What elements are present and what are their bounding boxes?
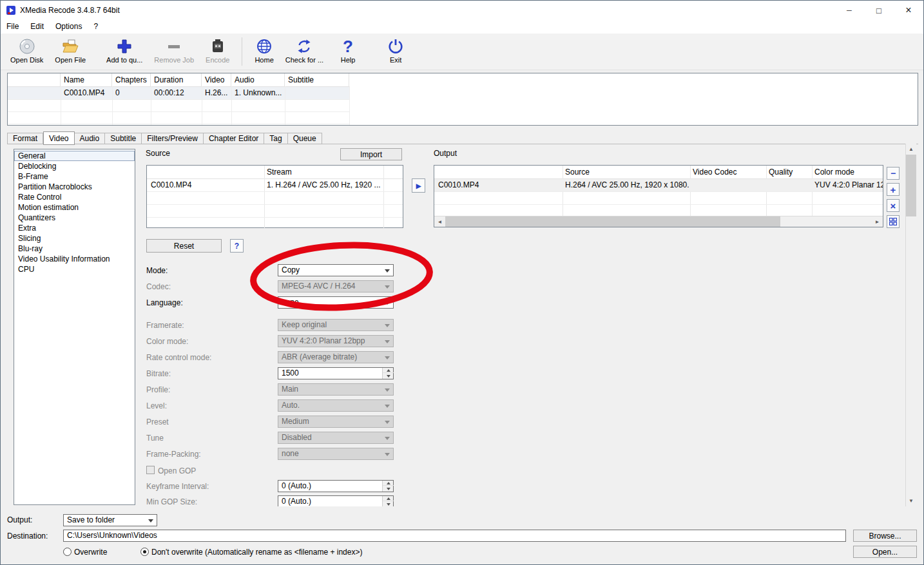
scroll-up-button[interactable]: ▲: [906, 144, 916, 155]
dont-overwrite-label[interactable]: Don't overwrite (Automatically rename as…: [151, 548, 362, 557]
transfer-arrow-button[interactable]: ▶: [412, 178, 425, 193]
exit-button[interactable]: Exit: [381, 35, 410, 66]
sidebar-item-extra[interactable]: Extra: [14, 223, 135, 233]
output-col-blank[interactable]: [434, 166, 563, 178]
destination-input[interactable]: C:\Users\Unknown\Videos: [63, 530, 846, 542]
sidebar-item-slicing[interactable]: Slicing: [14, 233, 135, 244]
home-button[interactable]: Home: [249, 35, 279, 66]
pane-vertical-scrollbar[interactable]: ▲ ▼: [905, 144, 916, 506]
job-cell-subtitle[interactable]: [288, 87, 349, 99]
output-horizontal-scrollbar[interactable]: ◄ ►: [434, 216, 883, 227]
sidebar-item-blu-ray[interactable]: Blu-ray: [14, 244, 135, 254]
job-cell-audio[interactable]: 1. Unknown...: [235, 87, 284, 99]
spinner-buttons[interactable]: [382, 368, 393, 379]
tab-queue[interactable]: Queue: [288, 133, 322, 144]
context-help-button[interactable]: ?: [230, 239, 244, 253]
output-cell-quality[interactable]: [769, 179, 811, 191]
tab-filters-preview[interactable]: Filters/Preview: [142, 133, 204, 144]
sidebar-item-video-usability-information[interactable]: Video Usability Information: [14, 254, 135, 264]
sidebar-item-motion-estimation[interactable]: Motion estimation: [14, 202, 135, 213]
output-col-color-mode[interactable]: Color mode: [812, 166, 881, 178]
scroll-right-button[interactable]: ►: [872, 216, 883, 227]
encode-button[interactable]: Encode: [200, 35, 235, 66]
sidebar-item-cpu[interactable]: CPU: [14, 264, 135, 274]
job-col-subtitle[interactable]: Subtitle: [285, 73, 349, 86]
help-button[interactable]: ? Help: [333, 35, 363, 66]
add-output-button[interactable]: +: [887, 183, 900, 196]
import-button[interactable]: Import: [340, 148, 402, 160]
open-destination-button[interactable]: Open...: [853, 546, 917, 558]
menu-file[interactable]: File: [1, 20, 24, 34]
remove-job-button[interactable]: Remove Job: [148, 35, 200, 66]
open-disk-button[interactable]: Open Disk: [5, 35, 49, 66]
job-cell-chapters[interactable]: 0: [115, 87, 150, 99]
keyframe-interval-input[interactable]: 0 (Auto.): [278, 480, 394, 492]
tab-format[interactable]: Format: [7, 133, 43, 144]
sidebar-item-partition-macroblocks[interactable]: Partition Macroblocks: [14, 182, 135, 192]
sidebar-item-b-frame[interactable]: B-Frame: [14, 171, 135, 182]
scroll-down-button[interactable]: ▼: [906, 495, 916, 506]
overwrite-radio[interactable]: [63, 548, 72, 556]
job-cell-duration[interactable]: 00:00:12: [154, 87, 201, 99]
job-col-video[interactable]: Video: [202, 73, 231, 86]
job-col-duration[interactable]: Duration: [151, 73, 202, 86]
tab-video[interactable]: Video: [43, 131, 74, 145]
tab-tag[interactable]: Tag: [264, 133, 287, 144]
browse-button[interactable]: Browse...: [853, 530, 917, 542]
bitrate-input[interactable]: 1500: [278, 367, 394, 379]
check-for-updates-button[interactable]: Check for ...: [280, 35, 329, 66]
reset-button[interactable]: Reset: [146, 239, 222, 253]
open-file-button[interactable]: Open File: [49, 35, 91, 66]
job-cell-name[interactable]: C0010.MP4: [64, 87, 111, 99]
spin-up-icon[interactable]: [383, 496, 394, 501]
job-cell-video[interactable]: H.26...: [205, 87, 231, 99]
sidebar-item-deblocking[interactable]: Deblocking: [14, 161, 135, 171]
output-col-source[interactable]: Source: [563, 166, 690, 178]
spin-up-icon[interactable]: [383, 368, 394, 373]
sidebar-item-quantizers[interactable]: Quantizers: [14, 213, 135, 223]
tab-audio[interactable]: Audio: [75, 133, 106, 144]
spinner-buttons[interactable]: [382, 496, 393, 507]
mode-select[interactable]: Copy: [278, 264, 394, 276]
minimize-button[interactable]: ─: [834, 1, 864, 20]
output-col-quality[interactable]: Quality: [766, 166, 812, 178]
maximize-button[interactable]: □: [864, 1, 894, 20]
language-select[interactable]: none: [278, 296, 394, 309]
output-settings-button[interactable]: [887, 215, 900, 228]
menu-options[interactable]: Options: [50, 20, 88, 34]
menu-help[interactable]: ?: [88, 20, 104, 34]
remove-output-button[interactable]: −: [887, 167, 900, 180]
output-cell-source[interactable]: H.264 / AVC 25.00 Hz, 1920 x 1080...: [565, 179, 689, 191]
job-col-audio[interactable]: Audio: [231, 73, 285, 86]
scroll-left-button[interactable]: ◄: [434, 216, 445, 227]
job-col-chapters[interactable]: Chapters: [112, 73, 151, 86]
spin-down-icon[interactable]: [383, 374, 394, 379]
close-button[interactable]: ×: [894, 1, 923, 20]
job-col-name[interactable]: Name: [61, 73, 112, 86]
overwrite-label[interactable]: Overwrite: [74, 548, 107, 557]
job-col-blank[interactable]: [8, 73, 61, 86]
output-cell-file[interactable]: C0010.MP4: [438, 179, 561, 191]
source-col-stream[interactable]: Stream: [264, 166, 383, 178]
output-mode-select[interactable]: Save to folder: [63, 514, 157, 526]
spin-up-icon[interactable]: [383, 481, 394, 486]
source-cell-stream[interactable]: 1. H.264 / AVC 25.00 Hz, 1920 ...: [267, 179, 402, 191]
output-col-video-codec[interactable]: Video Codec: [690, 166, 766, 178]
sidebar-item-rate-control[interactable]: Rate Control: [14, 192, 135, 202]
spin-down-icon[interactable]: [383, 486, 394, 492]
grid-line: [112, 86, 113, 125]
sidebar-item-general[interactable]: General: [14, 151, 135, 161]
output-cell-color-mode[interactable]: YUV 4:2:0 Planar 12b: [814, 179, 883, 191]
add-to-queue-button[interactable]: Add to qu...: [101, 35, 148, 66]
dont-overwrite-radio[interactable]: [140, 548, 149, 556]
clear-output-button[interactable]: ×: [887, 199, 900, 212]
scrollbar-thumb[interactable]: [906, 155, 916, 216]
output-cell-video-codec[interactable]: [693, 179, 765, 191]
scrollbar-thumb[interactable]: [445, 216, 780, 227]
source-col-blank[interactable]: [147, 166, 264, 178]
spinner-buttons[interactable]: [382, 481, 393, 492]
tab-subtitle[interactable]: Subtitle: [105, 133, 142, 144]
tab-chapter-editor[interactable]: Chapter Editor: [204, 133, 264, 144]
menu-edit[interactable]: Edit: [24, 20, 50, 34]
source-cell-file[interactable]: C0010.MP4: [151, 179, 262, 191]
